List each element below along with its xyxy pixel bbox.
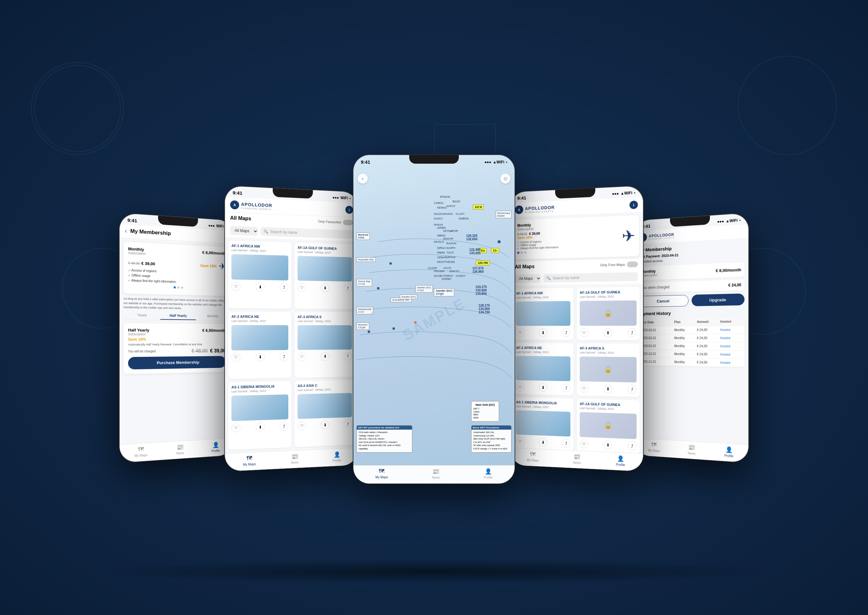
- phone-center: 9:41 ●●● ▲WiFi ▪ SAMPLE: [353, 155, 515, 484]
- location-button-map[interactable]: ⊙: [500, 173, 510, 184]
- aeronautical-map[interactable]: SAMPLE: [353, 155, 515, 484]
- nav-profile-l[interactable]: 👤 Profile: [333, 451, 341, 462]
- row1-invoice[interactable]: Invoice: [720, 336, 742, 340]
- share-btn-3[interactable]: ⤴: [343, 352, 352, 361]
- basic-nat-title: Basic NAT Procedures: [471, 426, 511, 430]
- r-heart-1[interactable]: ♡: [580, 328, 589, 337]
- r-heart-2[interactable]: ♡: [516, 382, 525, 391]
- purchase-membership-button[interactable]: Purchase Membership: [128, 356, 226, 369]
- logo-l: A APOLLODOR PLANNING CHARTS: [230, 200, 272, 211]
- action-buttons: Cancel Upgrade: [638, 293, 745, 307]
- row2-invoice[interactable]: Invoice: [720, 344, 742, 348]
- stephenville-label: StephenvilleCYJT: [356, 307, 373, 314]
- nav-my-maps-l[interactable]: 🗺 My Maps: [243, 455, 256, 467]
- favorites-toggle-l[interactable]: Only Favourites: [318, 219, 353, 225]
- tab-yearly[interactable]: Yearly: [123, 313, 160, 320]
- nav-my-maps-r[interactable]: 🗺 My Maps: [527, 451, 539, 462]
- map-thumbnail-1: [298, 256, 352, 281]
- heart-btn-0[interactable]: ♡: [231, 282, 240, 291]
- r-heart-5[interactable]: ♡: [580, 440, 589, 448]
- r-map-card-1: AF-1A GULF OF GUINEA Last Synced : 24May…: [577, 287, 640, 340]
- map-filter-r[interactable]: All Maps: [515, 274, 541, 283]
- map-card-2: AF-2 AFRICA NE Last Synced : 24May, 2023…: [228, 311, 291, 379]
- heart-btn-5[interactable]: ♡: [298, 421, 306, 430]
- back-button-map[interactable]: ‹: [358, 173, 368, 184]
- bottom-nav-c: 🗺 My Maps 📰 News 👤 Profile: [353, 465, 515, 484]
- share-btn-0[interactable]: ⤴: [279, 283, 288, 291]
- search-box-l[interactable]: 🔍 Search by name: [261, 227, 353, 239]
- hy-desc: Automatically Half Yearly Renewal. Cance…: [128, 342, 226, 346]
- nav-news-c[interactable]: 📰 News: [432, 468, 440, 479]
- center-screen: 9:41 ●●● ▲WiFi ▪ SAMPLE: [353, 155, 515, 484]
- nav-news-fl[interactable]: 📰 News: [176, 443, 184, 455]
- r-share-1[interactable]: ⤴: [628, 328, 637, 337]
- r-heart-3[interactable]: ♡: [580, 384, 589, 393]
- nav-profile-c[interactable]: 👤 Profile: [484, 468, 493, 479]
- heart-btn-4[interactable]: ♡: [231, 423, 240, 433]
- download-btn-3[interactable]: ⬇: [321, 352, 329, 361]
- share-btn-2[interactable]: ⤴: [279, 353, 288, 361]
- map-card-title-0: AF-1 AFRICA NW: [231, 244, 289, 249]
- heart-btn-3[interactable]: ♡: [298, 352, 306, 361]
- r-heart-0[interactable]: ♡: [516, 328, 525, 337]
- nav-my-maps-fl[interactable]: 🗺 My Maps: [134, 446, 148, 458]
- info-button-r[interactable]: i: [630, 201, 638, 209]
- wp-mbno: MBNO: [437, 234, 445, 237]
- plan-row: Monthly Subscription € 8,00/month: [638, 262, 745, 281]
- download-btn-4[interactable]: ⬇: [256, 423, 265, 431]
- nav-profile-fl[interactable]: 👤 Profile: [211, 442, 220, 453]
- only-free-toggle[interactable]: Only Free Maps: [600, 261, 638, 268]
- nav-my-maps-fr[interactable]: 🗺 My Maps: [648, 442, 660, 453]
- search-box-r[interactable]: 🔍 Search by name: [543, 272, 638, 283]
- nav-profile-fr[interactable]: 👤 Profile: [724, 446, 734, 458]
- r-download-5[interactable]: ⬇: [604, 440, 612, 450]
- download-btn-0[interactable]: ⬇: [256, 283, 265, 291]
- hy-header: Half Yearly Subscription € 6,50/month: [128, 328, 226, 336]
- r-download-1[interactable]: ⬇: [604, 328, 612, 337]
- share-btn-1[interactable]: ⤴: [343, 284, 352, 293]
- r-download-2[interactable]: ⬇: [539, 383, 547, 392]
- mmc-airplane: ✈: [622, 219, 635, 253]
- share-btn-5[interactable]: ⤴: [343, 420, 352, 428]
- time-r: 9:41: [517, 195, 526, 201]
- wp-duvbi: DUVBI: [434, 274, 443, 278]
- download-btn-2[interactable]: ⬇: [256, 353, 265, 361]
- r-download-4[interactable]: ⬇: [539, 438, 547, 447]
- nav-news-fr[interactable]: 📰 News: [688, 444, 696, 456]
- r-heart-4[interactable]: ♡: [516, 437, 525, 446]
- row4-invoice[interactable]: Invoice: [720, 361, 742, 365]
- tab-half-yearly[interactable]: Half Yearly: [160, 314, 196, 320]
- wp-cuddy: CUDDY: [456, 274, 465, 278]
- r-share-3[interactable]: ⤴: [628, 385, 637, 394]
- r-map-title-0: AF-1 AFRICA NW: [516, 291, 570, 295]
- svg-point-1: [377, 287, 379, 290]
- r-map-thumb-1: 🔒: [580, 300, 637, 326]
- nav-news-r[interactable]: 📰 News: [573, 453, 581, 465]
- nav-my-maps-c[interactable]: 🗺 My Maps: [375, 468, 388, 479]
- phone-far-left: 9:41 ●●● WiFi ▪ ‹ My Membership Mon: [120, 213, 233, 463]
- heart-btn-1[interactable]: ♡: [298, 283, 306, 292]
- nav-news-l[interactable]: 📰 News: [291, 453, 299, 464]
- r-share-0[interactable]: ⤴: [562, 328, 570, 337]
- profile-icon-l: 👤: [334, 451, 340, 458]
- toggle-switch-l[interactable]: [343, 220, 353, 225]
- status-icons-fr: ●●● ▲WiFi ▪: [717, 218, 741, 224]
- r-share-5[interactable]: ⤴: [628, 442, 637, 451]
- row0-invoice[interactable]: Invoice: [720, 328, 742, 332]
- r-download-0[interactable]: ⬇: [539, 328, 547, 337]
- upgrade-button[interactable]: Upgrade: [692, 293, 745, 306]
- row3-invoice[interactable]: Invoice: [720, 353, 742, 356]
- r-download-3[interactable]: ⬇: [604, 384, 612, 393]
- map-filter-l[interactable]: All Maps: [230, 226, 258, 236]
- r-share-2[interactable]: ⤴: [562, 384, 570, 392]
- download-btn-1[interactable]: ⬇: [321, 283, 329, 292]
- r-share-4[interactable]: ⤴: [562, 439, 570, 448]
- heart-btn-2[interactable]: ♡: [231, 353, 240, 362]
- toggle-switch-r[interactable]: [627, 261, 638, 267]
- share-btn-4[interactable]: ⤴: [279, 422, 288, 431]
- back-button-fl[interactable]: ‹: [125, 227, 127, 234]
- download-btn-5[interactable]: ⬇: [321, 420, 329, 429]
- nav-profile-r[interactable]: 👤 Profile: [616, 455, 625, 467]
- info-button-l[interactable]: i: [345, 206, 353, 214]
- cancel-button[interactable]: Cancel: [638, 295, 688, 307]
